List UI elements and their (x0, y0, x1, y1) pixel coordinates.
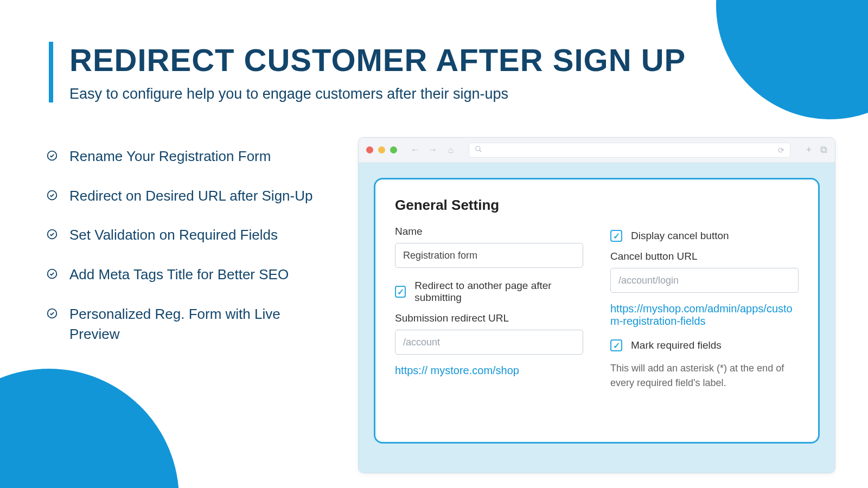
traffic-lights (366, 146, 397, 153)
store-link[interactable]: https:// mystore.com/shop (395, 364, 583, 377)
page-title: REDIRECT CUSTOMER AFTER SIGN UP (69, 42, 686, 78)
check-circle-icon (47, 308, 58, 319)
browser-window: ← → ⌂ ⟳ + ⧉ General Setting Name ✓ (358, 137, 835, 473)
svg-line-6 (479, 150, 481, 152)
search-icon (475, 145, 482, 155)
forward-icon[interactable]: → (427, 144, 437, 156)
browser-titlebar: ← → ⌂ ⟳ + ⧉ (359, 138, 835, 163)
check-circle-icon (47, 150, 58, 161)
feature-item: Rename Your Registration Form (47, 146, 329, 167)
address-bar[interactable]: ⟳ (469, 143, 791, 158)
submission-url-input[interactable] (395, 330, 583, 355)
reload-icon[interactable]: ⟳ (778, 146, 784, 155)
page-subtitle: Easy to configure help you to engage cus… (69, 86, 686, 102)
page-heading: REDIRECT CUSTOMER AFTER SIGN UP Easy to … (49, 42, 686, 102)
display-cancel-checkbox[interactable]: ✓ (610, 230, 622, 242)
feature-item: Redirect on Desired URL after Sign-Up (47, 186, 329, 207)
check-circle-icon (47, 229, 58, 240)
feature-text: Redirect on Desired URL after Sign-Up (69, 186, 312, 207)
svg-point-5 (475, 146, 480, 151)
cancel-url-input[interactable] (610, 268, 799, 293)
feature-list: Rename Your Registration Form Redirect o… (47, 146, 329, 364)
admin-link[interactable]: https://myshop.com/admin/apps/custom-reg… (610, 303, 799, 328)
feature-text: Personalized Reg. Form with Live Preview (69, 304, 329, 345)
browser-viewport: General Setting Name ✓ Redirect to anoth… (359, 163, 835, 473)
feature-text: Set Validation on Required Fields (69, 225, 278, 246)
browser-nav: ← → (410, 144, 437, 156)
maximize-window-icon[interactable] (390, 146, 397, 153)
feature-item: Add Meta Tags Title for Better SEO (47, 265, 329, 285)
close-window-icon[interactable] (366, 146, 373, 153)
feature-item: Personalized Reg. Form with Live Preview (47, 304, 329, 345)
home-icon[interactable]: ⌂ (448, 145, 454, 155)
feature-item: Set Validation on Required Fields (47, 225, 329, 246)
settings-left-column: Name ✓ Redirect to another page after su… (395, 226, 583, 390)
settings-right-column: ✓ Display cancel button Cancel button UR… (610, 226, 799, 390)
general-setting-card: General Setting Name ✓ Redirect to anoth… (374, 178, 820, 444)
redirect-checkbox[interactable]: ✓ (395, 286, 406, 298)
display-cancel-label: Display cancel button (631, 230, 729, 242)
mark-required-help: This will add an asterisk (*) at the end… (610, 361, 799, 390)
decorative-corner-bottom-left (0, 369, 179, 488)
feature-text: Add Meta Tags Title for Better SEO (69, 265, 289, 285)
browser-actions: + ⧉ (806, 144, 827, 156)
minimize-window-icon[interactable] (378, 146, 385, 153)
back-icon[interactable]: ← (410, 144, 420, 156)
check-circle-icon (47, 190, 58, 201)
name-input[interactable] (395, 243, 583, 268)
card-title: General Setting (395, 197, 799, 214)
new-tab-icon[interactable]: + (806, 144, 812, 156)
mark-required-label: Mark required fields (631, 339, 722, 351)
mark-required-checkbox[interactable]: ✓ (610, 339, 622, 351)
name-label: Name (395, 226, 583, 237)
submission-url-label: Submission redirect URL (395, 312, 583, 324)
redirect-checkbox-label: Redirect to another page after submittin… (414, 280, 583, 304)
decorative-corner-top-right (716, 0, 868, 119)
tabs-icon[interactable]: ⧉ (820, 144, 827, 156)
cancel-url-label: Cancel button URL (610, 251, 799, 262)
check-circle-icon (47, 268, 58, 279)
feature-text: Rename Your Registration Form (69, 146, 271, 167)
